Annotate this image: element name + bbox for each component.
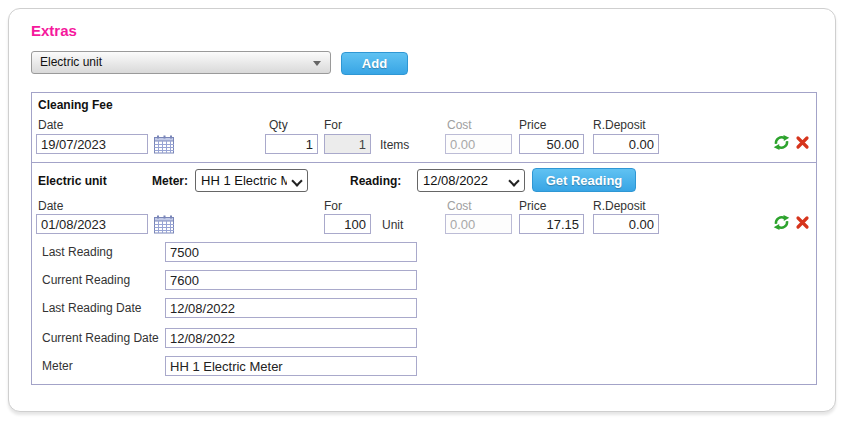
section-divider <box>32 162 816 163</box>
add-button[interactable]: Add <box>341 52 408 75</box>
extra-type-dropdown[interactable]: Electric unit <box>31 51 331 74</box>
cost-label: Cost <box>447 199 472 213</box>
reading-select-control[interactable]: 12/08/2022 <box>417 169 525 192</box>
cleaning-fee-price-input[interactable] <box>519 134 584 154</box>
qty-label: Qty <box>269 118 288 132</box>
cleaning-fee-title: Cleaning Fee <box>38 98 113 112</box>
meter-field-input[interactable] <box>165 356 417 376</box>
calendar-icon[interactable] <box>154 215 175 238</box>
cleaning-fee-date-input[interactable] <box>36 134 148 154</box>
calendar-icon[interactable] <box>154 135 175 158</box>
extra-type-dropdown-value: Electric unit <box>40 55 102 69</box>
delete-icon[interactable] <box>795 135 810 154</box>
cleaning-fee-unit-text: Items <box>380 138 409 152</box>
electric-unit-for-input[interactable] <box>324 214 371 234</box>
current-reading-date-input[interactable] <box>165 328 417 348</box>
electric-unit-unit-text: Unit <box>382 218 403 232</box>
rdeposit-label: R.Deposit <box>593 118 646 132</box>
date-label: Date <box>38 118 63 132</box>
delete-icon[interactable] <box>795 215 810 234</box>
electric-unit-price-input[interactable] <box>519 214 584 234</box>
cleaning-fee-for-input <box>324 134 371 154</box>
page-title: Extras <box>31 22 77 39</box>
date-label: Date <box>38 199 63 213</box>
current-reading-input[interactable] <box>165 270 417 290</box>
price-label: Price <box>519 118 546 132</box>
reading-select-label: Reading: <box>350 174 401 188</box>
reading-select[interactable]: 12/08/2022 <box>417 169 525 192</box>
cleaning-fee-rdeposit-input[interactable] <box>593 134 659 154</box>
last-reading-input[interactable] <box>165 242 417 262</box>
last-reading-date-input[interactable] <box>165 298 417 318</box>
for-label: For <box>324 199 342 213</box>
cleaning-fee-cost-input <box>445 134 512 154</box>
meter-field-label: Meter <box>42 359 73 373</box>
meter-select-label: Meter: <box>152 174 188 188</box>
refresh-icon[interactable] <box>773 214 790 235</box>
meter-select[interactable]: HH 1 Electric Meter <box>195 169 308 192</box>
cleaning-fee-qty-input[interactable] <box>265 134 318 154</box>
current-reading-label: Current Reading <box>42 273 130 287</box>
electric-unit-date-input[interactable] <box>36 214 148 234</box>
current-reading-date-label: Current Reading Date <box>42 331 159 345</box>
refresh-icon[interactable] <box>773 134 790 155</box>
electric-unit-rdeposit-input[interactable] <box>593 214 659 234</box>
get-reading-button[interactable]: Get Reading <box>532 168 636 192</box>
rdeposit-label: R.Deposit <box>593 199 646 213</box>
electric-unit-title: Electric unit <box>38 174 107 188</box>
extras-list-box: Cleaning Fee Date Qty For Items Cost Pri… <box>31 92 817 385</box>
for-label: For <box>324 118 342 132</box>
extras-panel: Extras Electric unit Add Cleaning Fee Da… <box>8 8 836 412</box>
last-reading-date-label: Last Reading Date <box>42 301 141 315</box>
cost-label: Cost <box>447 118 472 132</box>
meter-select-control[interactable]: HH 1 Electric Meter <box>195 169 308 192</box>
last-reading-label: Last Reading <box>42 245 113 259</box>
electric-unit-cost-input <box>445 214 512 234</box>
price-label: Price <box>519 199 546 213</box>
